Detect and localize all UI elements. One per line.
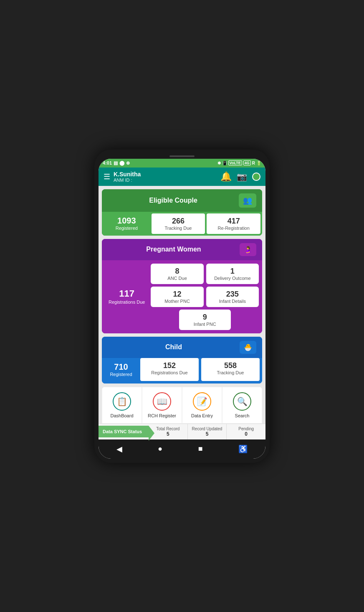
vibrate-icon: 📳 xyxy=(222,161,227,165)
ec-icon: 👥 xyxy=(239,193,256,208)
4g-label: 4G xyxy=(243,160,251,165)
eligible-couple-card: Eligible Couple 👥 1093 Registered 266 Tr… xyxy=(102,189,262,236)
pw-body: 117 Registrations Due 8 ANC Due 1 Delive… xyxy=(102,260,262,333)
sync-updated-value: 5 xyxy=(190,431,225,437)
main-scroll-area: Eligible Couple 👥 1093 Registered 266 Tr… xyxy=(99,186,265,424)
ec-rereg-label: Re-Registration xyxy=(211,226,256,231)
time-display: 4:01 xyxy=(103,160,112,165)
sync-arrow xyxy=(149,426,154,441)
ec-tracking-due[interactable]: 266 Tracking Due xyxy=(152,213,205,234)
sync-pending: Pending 0 xyxy=(227,424,265,439)
ec-registered-num: 1093 xyxy=(108,216,146,226)
circle-icon: ⬤ xyxy=(119,160,124,166)
pw-header: Pregnant Women 🤰 xyxy=(102,239,262,260)
child-regdue-num: 152 xyxy=(144,361,195,370)
app-header: ☰ K.Sunitha ANM ID : 🔔 📷 xyxy=(99,168,265,186)
bluetooth-icon: ✱ xyxy=(217,161,221,165)
rch-register-icon: 📖 xyxy=(153,392,171,411)
pw-mother-num: 12 xyxy=(152,290,202,299)
sync-pending-label: Pending xyxy=(228,427,264,431)
back-button[interactable]: ◀ xyxy=(111,443,127,455)
sync-pending-value: 0 xyxy=(228,431,264,437)
ec-tracking-label: Tracking Due xyxy=(156,226,201,231)
pw-infant-details[interactable]: 235 Infant Details xyxy=(206,287,259,307)
accessibility-button[interactable]: ♿ xyxy=(233,443,253,455)
header-icons: 🔔 📷 xyxy=(220,171,260,182)
pw-delivery-num: 1 xyxy=(208,267,257,276)
sync-total-record: Total Record 5 xyxy=(149,424,188,439)
rch-register-label: RCH Register xyxy=(148,413,176,418)
pw-delivery-outcome[interactable]: 1 Delivery Outcome xyxy=(206,264,259,284)
pw-reg-label: Registrations Due xyxy=(109,299,145,305)
home-button[interactable]: ● xyxy=(153,443,167,455)
child-registrations-due[interactable]: 152 Registrations Due xyxy=(140,358,199,381)
pw-infant-pnc[interactable]: 9 Infant PNC xyxy=(179,310,231,330)
anm-id: ANM ID : xyxy=(114,178,141,183)
pw-infant-label: Infant Details xyxy=(208,299,257,304)
dashboard-icon: 📋 xyxy=(113,392,131,411)
menu-item-data-entry[interactable]: 📝 Data Entry xyxy=(182,387,222,424)
sync-record-updated: Record Updated 5 xyxy=(188,424,227,439)
sync-updated-label: Record Updated xyxy=(190,427,225,431)
sync-status-bar: Data SYNC Status Total Record 5 Record U… xyxy=(99,424,265,439)
pw-icon: 🤰 xyxy=(240,243,256,256)
search-label: Search xyxy=(235,413,250,418)
child-header: Child 🐣 xyxy=(102,337,262,358)
r-label: R xyxy=(252,161,255,165)
child-reg-label: Registered xyxy=(109,372,134,377)
pw-title: Pregnant Women xyxy=(108,246,240,253)
child-tracking-due[interactable]: 558 Tracking Due xyxy=(201,358,260,381)
child-title: Child xyxy=(108,343,240,351)
menu-item-search[interactable]: 🔍 Search xyxy=(222,387,262,424)
ec-stats: 1093 Registered 266 Tracking Due 417 Re-… xyxy=(102,212,262,236)
ec-registered: 1093 Registered xyxy=(102,212,152,236)
child-reg-num: 710 xyxy=(109,362,134,372)
ec-title: Eligible Couple xyxy=(108,197,239,204)
dashboard-label: DashBoard xyxy=(110,413,133,418)
pw-anc-label: ANC Due xyxy=(152,276,202,281)
bottom-navigation: ◀ ● ■ ♿ xyxy=(99,439,265,459)
pw-registrations-due: 117 Registrations Due xyxy=(105,264,148,330)
menu-item-dashboard[interactable]: 📋 DashBoard xyxy=(102,387,142,424)
pregnant-women-card: Pregnant Women 🤰 117 Registrations Due 8… xyxy=(102,239,262,333)
ec-tracking-num: 266 xyxy=(156,217,201,226)
pw-delivery-label: Delivery Outcome xyxy=(208,276,257,281)
status-left: 4:01 ▤ ⬤ ⊗ xyxy=(103,160,130,166)
sim-icon: ▤ xyxy=(114,160,118,166)
pw-anc-num: 8 xyxy=(152,267,202,276)
user-name: K.Sunitha xyxy=(114,171,141,178)
pw-reg-num: 117 xyxy=(119,288,134,299)
sync-stats: Total Record 5 Record Updated 5 Pending … xyxy=(149,424,265,439)
child-icon: 🐣 xyxy=(240,341,256,354)
ec-reregistration[interactable]: 417 Re-Registration xyxy=(207,213,260,234)
sync-label: Data SYNC Status xyxy=(99,426,149,437)
menu-item-rch-register[interactable]: 📖 RCH Register xyxy=(142,387,182,424)
data-entry-icon: 📝 xyxy=(193,392,211,411)
pw-grid: 8 ANC Due 1 Delivery Outcome 12 Mother P… xyxy=(151,264,259,330)
pw-mother-pnc[interactable]: 12 Mother PNC xyxy=(151,287,203,307)
notification-icon[interactable]: 🔔 xyxy=(220,171,232,182)
search-icon: 🔍 xyxy=(233,392,251,411)
volte-label: VoLTE xyxy=(228,160,242,165)
ec-rereg-num: 417 xyxy=(211,217,256,226)
pw-anc-due[interactable]: 8 ANC Due xyxy=(151,264,203,284)
main-menu-grid: 📋 DashBoard 📖 RCH Register 📝 Data Entry … xyxy=(102,387,262,424)
child-trackdue-num: 558 xyxy=(205,361,255,370)
hamburger-menu[interactable]: ☰ xyxy=(104,172,110,181)
child-card: Child 🐣 710 Registered 152 Registrations… xyxy=(102,337,262,383)
child-stats: 710 Registered 152 Registrations Due 558… xyxy=(102,358,262,383)
camera-icon[interactable]: 📷 xyxy=(237,172,247,182)
ec-registered-label: Registered xyxy=(108,226,146,231)
child-registered: 710 Registered xyxy=(104,358,138,381)
screen: 4:01 ▤ ⬤ ⊗ ✱ 📳 VoLTE 4G R 🔋 ☰ K.Sunitha … xyxy=(99,159,265,459)
data-entry-label: Data Entry xyxy=(191,413,213,418)
status-right: ✱ 📳 VoLTE 4G R 🔋 xyxy=(217,160,261,165)
child-regdue-label: Registrations Due xyxy=(144,370,195,375)
notch xyxy=(169,155,195,157)
sync-total-value: 5 xyxy=(150,431,186,437)
recents-button[interactable]: ■ xyxy=(193,443,208,455)
connection-status-dot xyxy=(252,173,260,181)
device-frame: 4:01 ▤ ⬤ ⊗ ✱ 📳 VoLTE 4G R 🔋 ☰ K.Sunitha … xyxy=(94,150,270,463)
status-bar: 4:01 ▤ ⬤ ⊗ ✱ 📳 VoLTE 4G R 🔋 xyxy=(99,159,265,168)
pw-infantpnc-label: Infant PNC xyxy=(181,322,229,327)
